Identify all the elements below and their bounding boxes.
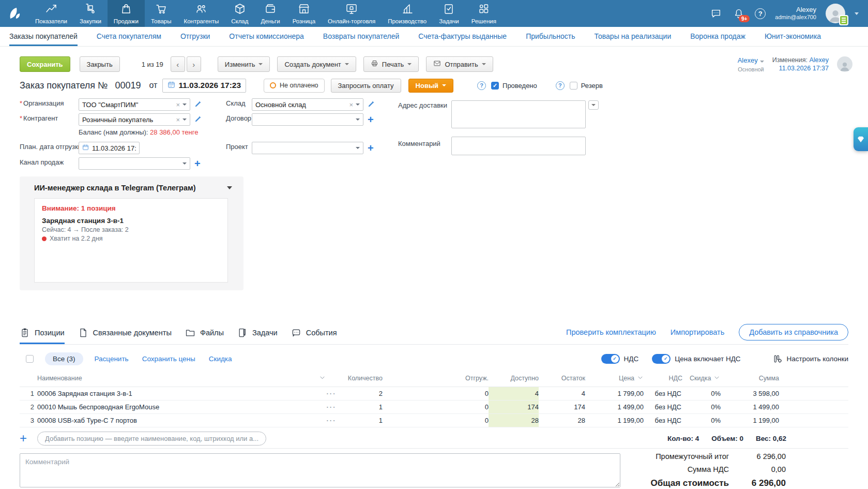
owner-avatar[interactable] <box>837 56 852 72</box>
bonus-gift-tab[interactable] <box>854 127 868 151</box>
row-actions-button[interactable]: ··· <box>316 403 346 411</box>
tab-otgruzki[interactable]: Отгрузки <box>180 27 210 46</box>
warehouse-field[interactable]: Основной склад <box>252 98 363 111</box>
nav-item-zakupki[interactable]: Закупки <box>73 0 108 27</box>
chevron-down-icon[interactable] <box>182 162 187 165</box>
organization-field[interactable]: ТОО "СмартПИМ" <box>79 98 190 111</box>
col-price[interactable]: Цена <box>585 374 644 382</box>
vat-toggle[interactable] <box>601 354 620 364</box>
tab-tasks[interactable]: Задачи <box>237 323 278 344</box>
add-position-input[interactable] <box>37 432 266 446</box>
select-all-checkbox[interactable] <box>26 355 34 363</box>
row-discount[interactable]: 0% <box>682 403 721 411</box>
tab-scheta-faktury[interactable]: Счета-фактуры выданные <box>418 27 507 46</box>
add-channel-button[interactable] <box>194 158 201 169</box>
row-discount[interactable]: 0% <box>682 417 721 424</box>
chevron-down-icon[interactable] <box>356 147 360 149</box>
tab-events[interactable]: События <box>291 323 337 344</box>
all-positions-pill[interactable]: Все (3) <box>45 352 83 365</box>
row-discount[interactable]: 0% <box>682 390 721 397</box>
request-payment-button[interactable]: Запросить оплату <box>331 79 401 93</box>
help-carried-icon[interactable] <box>477 81 486 90</box>
nav-item-proizvodstvo[interactable]: Производство <box>382 0 433 27</box>
import-link[interactable]: Импортировать <box>671 328 724 336</box>
tab-positions[interactable]: Позиции <box>20 323 65 344</box>
nav-item-pokazateli[interactable]: Показатели <box>29 0 73 27</box>
row-vat[interactable]: без НДС <box>644 403 682 411</box>
nav-item-roznitsa[interactable]: Розница <box>286 0 322 27</box>
footer-comment-textarea[interactable] <box>20 453 620 487</box>
chevron-down-icon[interactable] <box>182 103 187 106</box>
nav-item-sklad[interactable]: Склад <box>225 0 254 27</box>
owner-selector[interactable]: Alexey Основной <box>738 55 764 73</box>
tab-pribylnost[interactable]: Прибыльность <box>526 27 575 46</box>
table-row[interactable]: 2 00010 Мышь беспроводная ErgoMouse ··· … <box>20 401 848 414</box>
nav-item-resheniya[interactable]: Решения <box>465 0 502 27</box>
edit-pencil-icon[interactable] <box>368 100 375 109</box>
chevron-down-icon[interactable] <box>227 186 232 189</box>
chevron-down-icon[interactable] <box>356 103 360 106</box>
chevron-down-icon[interactable] <box>182 118 187 121</box>
row-price[interactable]: 1 799,00 <box>585 390 644 397</box>
row-product-name[interactable]: 00006 Зарядная станция 3-в-1 <box>37 390 316 397</box>
save-button[interactable]: Сохранить <box>20 56 70 72</box>
row-qty[interactable]: 1 <box>346 417 383 424</box>
tab-otchety-komissionera[interactable]: Отчеты комиссионера <box>229 27 304 46</box>
reserve-checkbox[interactable] <box>570 82 577 90</box>
sales-channel-field[interactable] <box>79 157 190 170</box>
next-document-button[interactable]: › <box>187 56 201 72</box>
chevron-down-icon[interactable] <box>356 118 360 121</box>
nav-item-zadachi[interactable]: Задачи <box>433 0 465 27</box>
nav-item-tovary[interactable]: Товары <box>145 0 178 27</box>
row-qty[interactable]: 2 <box>346 390 383 397</box>
order-date-input[interactable]: 11.03.2026 17:23 <box>162 79 246 93</box>
configure-columns-button[interactable]: Настроить колонки <box>773 354 848 364</box>
carried-checkbox[interactable] <box>491 82 499 90</box>
clear-icon[interactable] <box>349 101 353 109</box>
tab-zakazy-pokupatelei[interactable]: Заказы покупателей <box>9 27 78 46</box>
nav-item-kontragenty[interactable]: Контрагенты <box>177 0 225 27</box>
sort-name[interactable] <box>316 374 346 382</box>
order-number[interactable]: 00019 <box>115 80 141 91</box>
tab-tovary-na-realizatsii[interactable]: Товары на реализации <box>595 27 672 46</box>
tab-files[interactable]: Файлы <box>185 323 224 344</box>
row-product-name[interactable]: 00008 USB-хаб Type-C 7 портов <box>37 417 316 424</box>
print-dropdown-button[interactable]: Печать <box>363 56 419 72</box>
user-avatar[interactable] <box>826 4 845 23</box>
row-product-name[interactable]: 00010 Мышь беспроводная ErgoMouse <box>37 403 316 411</box>
add-contract-button[interactable] <box>368 114 374 125</box>
tab-voronka-prodazh[interactable]: Воронка продаж <box>690 27 745 46</box>
check-kitting-link[interactable]: Проверить комплектацию <box>566 328 656 336</box>
col-discount[interactable]: Скидка <box>682 374 721 382</box>
create-document-dropdown-button[interactable]: Создать документ <box>277 56 356 72</box>
delivery-address-textarea[interactable] <box>451 100 586 128</box>
add-position-plus-button[interactable] <box>20 432 37 444</box>
prev-document-button[interactable]: ‹ <box>171 56 185 72</box>
row-vat[interactable]: без НДС <box>644 390 682 397</box>
user-menu[interactable]: Alexey admin@alex700 <box>775 6 816 21</box>
tab-linked-documents[interactable]: Связанные документы <box>78 323 172 344</box>
nav-item-online-torgovlya[interactable]: Онлайн-торговля <box>322 0 382 27</box>
ship-date-input[interactable]: 11.03.2026 17:23 <box>79 142 140 154</box>
row-actions-button[interactable]: ··· <box>316 417 346 424</box>
table-row[interactable]: 3 00008 USB-хаб Type-C 7 портов ··· 1 0 … <box>20 414 848 427</box>
nav-item-prodazhi[interactable]: Продажи <box>108 0 145 27</box>
edit-pencil-icon[interactable] <box>194 115 202 124</box>
payment-status-button[interactable]: Не оплачено <box>264 79 324 93</box>
counterparty-field[interactable]: Розничный покупатель <box>79 113 190 126</box>
add-from-catalog-button[interactable]: Добавить из справочника <box>739 324 848 340</box>
tab-unit-ekonomika[interactable]: Юнит-экономика <box>765 27 821 46</box>
notifications-button[interactable]: 9+ <box>732 7 745 20</box>
help-button[interactable]: ? <box>755 8 766 19</box>
moysklad-logo[interactable] <box>0 0 29 27</box>
save-prices-link[interactable]: Сохранить цены <box>142 355 195 363</box>
edit-dropdown-button[interactable]: Изменить <box>218 56 270 72</box>
chat-button[interactable] <box>709 7 723 20</box>
collapse-fields-button[interactable] <box>588 100 599 110</box>
discount-link[interactable]: Скидка <box>209 355 232 363</box>
send-dropdown-button[interactable]: Отправить <box>426 56 493 72</box>
chevron-down-icon[interactable] <box>855 12 859 15</box>
project-field[interactable] <box>252 142 363 154</box>
close-button[interactable]: Закрыть <box>80 56 120 72</box>
clear-icon[interactable] <box>176 116 180 124</box>
